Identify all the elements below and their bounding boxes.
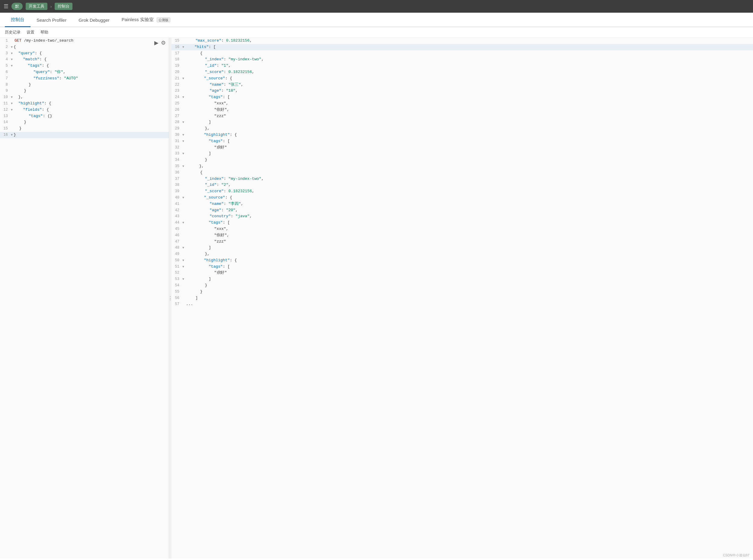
query-editor-panel: ▶ ⚙ 1GET /my-index-two/_search2▼{3▼ "que… — [0, 38, 169, 559]
fold-arrow-icon[interactable]: ▼ — [11, 101, 13, 106]
fold-arrow-icon[interactable]: ▼ — [182, 221, 184, 225]
editor-line: 11▼ "highlight": { — [0, 100, 169, 107]
fold-arrow-icon[interactable]: ▼ — [182, 246, 184, 251]
fold-arrow-icon[interactable]: ▼ — [182, 258, 184, 263]
response-line: 38 "_id": "2", — [172, 182, 753, 188]
response-line: 22 "name": "张三", — [172, 82, 753, 88]
fold-arrow-icon[interactable]: ▼ — [11, 133, 13, 138]
line-number: 11 — [1, 101, 11, 106]
editor-line: 8 } — [0, 82, 169, 88]
response-line: 44▼ "tags": [ — [172, 220, 753, 226]
response-line: 57... — [172, 301, 753, 307]
fold-arrow-icon[interactable]: ▼ — [182, 265, 184, 269]
response-line: 47 "zzz" — [172, 239, 753, 245]
line-number: 30 — [173, 132, 182, 138]
line-number: 38 — [173, 182, 182, 188]
response-line: 53▼ ] — [172, 276, 753, 282]
fold-arrow-icon[interactable]: ▼ — [11, 57, 13, 62]
tab-console[interactable]: 控制台 — [5, 13, 31, 27]
fold-arrow-icon[interactable]: ▼ — [11, 95, 13, 100]
watermark: CSDN中小道仙97 — [723, 553, 749, 558]
line-content: "tags": [ — [185, 138, 752, 144]
line-number: 14 — [1, 119, 11, 125]
fold-arrow-icon[interactable]: ▼ — [182, 196, 184, 200]
line-content: "你好" — [186, 270, 752, 276]
line-content: } — [186, 282, 752, 289]
line-number: 34 — [173, 157, 182, 163]
line-number: 51 — [173, 264, 182, 270]
response-line: 16▼ "hits": [ — [172, 44, 753, 51]
line-content: "highlight": { — [185, 132, 752, 138]
response-line: 17 { — [172, 51, 753, 57]
line-number: 52 — [173, 270, 182, 276]
editor-line: 16▼} — [0, 132, 169, 138]
line-number: 7 — [1, 76, 11, 81]
line-content: "name": "张三", — [186, 82, 752, 88]
tab-painless-lab[interactable]: Painless 实验室 公测版 — [116, 13, 176, 27]
line-number: 18 — [173, 57, 182, 62]
response-line: 15 "max_score": 0.18232156, — [172, 38, 753, 44]
line-number: 40 — [173, 195, 182, 201]
tab-grok-debugger[interactable]: Grok Debugger — [73, 13, 116, 27]
help-button[interactable]: 帮助 — [40, 29, 48, 35]
panel-divider[interactable]: ⋮ — [169, 38, 172, 559]
response-line: 25 "xxx", — [172, 100, 753, 107]
response-line: 30▼ "highlight": { — [172, 132, 753, 138]
fold-arrow-icon[interactable]: ▼ — [182, 133, 184, 138]
fold-arrow-icon[interactable]: ▼ — [182, 45, 184, 50]
history-button[interactable]: 历史记录 — [5, 29, 21, 35]
breadcrumb-console[interactable]: 控制台 — [55, 3, 73, 10]
breadcrumb-arrow: › — [51, 4, 52, 9]
menu-icon[interactable]: ☰ — [4, 3, 8, 9]
fold-arrow-icon[interactable]: ▼ — [182, 139, 184, 144]
editor-line: 12▼ "fields": { — [0, 107, 169, 113]
response-line: 42 "age": "20", — [172, 207, 753, 214]
tab-search-profiler[interactable]: Search Profiler — [31, 13, 73, 27]
editor-line: 10▼ }, — [0, 94, 169, 100]
response-line: 21▼ "_source": { — [172, 76, 753, 82]
line-number: 37 — [173, 176, 182, 182]
fold-arrow-icon[interactable]: ▼ — [182, 120, 184, 125]
line-number: 49 — [173, 251, 182, 257]
line-number: 29 — [173, 126, 182, 132]
line-number: 24 — [173, 95, 182, 100]
fold-arrow-icon[interactable]: ▼ — [11, 51, 13, 56]
fold-arrow-icon[interactable]: ▼ — [182, 95, 184, 100]
fold-arrow-icon[interactable]: ▼ — [11, 64, 13, 68]
response-line: 54 } — [172, 282, 753, 289]
line-content: GET /my-index-two/_search — [15, 38, 168, 44]
fold-arrow-icon[interactable]: ▼ — [182, 164, 184, 169]
line-content: }, — [186, 125, 752, 132]
settings-button[interactable]: 设置 — [26, 29, 34, 35]
fold-arrow-icon[interactable]: ▼ — [182, 76, 184, 81]
breadcrumb-devtools[interactable]: 开发工具 — [26, 3, 47, 10]
response-line: 29 }, — [172, 125, 753, 132]
fold-arrow-icon[interactable]: ▼ — [182, 152, 184, 156]
line-content: "xxx", — [186, 226, 752, 232]
response-line: 50▼ "highlight": { — [172, 257, 753, 264]
fold-arrow-icon[interactable]: ▼ — [11, 108, 13, 113]
response-line: 35▼ }, — [172, 163, 753, 169]
line-number: 44 — [173, 220, 182, 226]
line-content: ] — [186, 295, 752, 301]
line-number: 39 — [173, 188, 182, 194]
copy-as-curl-button[interactable]: ⚙ — [161, 40, 166, 46]
tab-pill[interactable]: 默 — [12, 3, 23, 10]
fold-arrow-icon[interactable]: ▼ — [182, 277, 184, 282]
fold-arrow-icon[interactable]: ▼ — [11, 45, 13, 50]
response-line: 34 } — [172, 157, 753, 163]
response-line: 19 "_id": "1", — [172, 63, 753, 69]
response-line: 43 "conutry": "java", — [172, 213, 753, 220]
editor-line: 2▼{ — [0, 44, 169, 51]
run-button[interactable]: ▶ — [154, 40, 158, 46]
line-number: 16 — [1, 132, 11, 138]
response-line: 37 "_index": "my-index-two", — [172, 176, 753, 182]
line-number: 12 — [1, 107, 11, 113]
line-number: 27 — [173, 114, 182, 119]
editor-line: 3▼ "query": { — [0, 51, 169, 57]
line-content: "_index": "my-index-two", — [186, 176, 752, 182]
line-content: ] — [185, 276, 752, 282]
line-number: 57 — [173, 301, 182, 307]
line-number: 23 — [173, 88, 182, 94]
code-editor[interactable]: 1GET /my-index-two/_search2▼{3▼ "query":… — [0, 38, 169, 559]
